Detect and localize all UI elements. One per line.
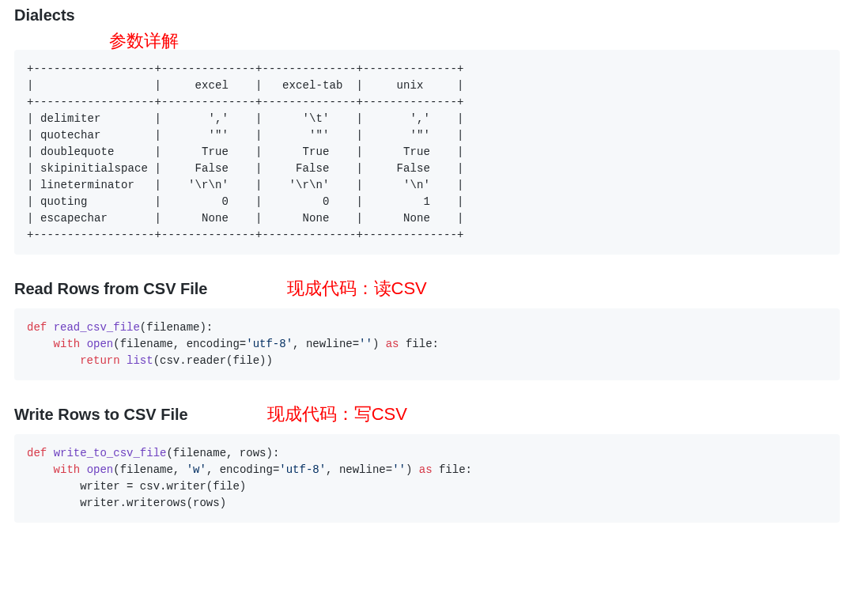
open-args-start: (filename,: [113, 463, 186, 476]
mid1: , newline=: [293, 338, 359, 350]
dialects-table-block: +------------------+--------------+-----…: [14, 50, 840, 255]
kw-return: return: [80, 354, 119, 367]
str-w: 'w': [187, 463, 206, 476]
fn-read-csv-file: read_csv_file: [54, 321, 140, 334]
fn-list: list: [127, 354, 153, 367]
mid3: file:: [399, 338, 439, 350]
kw-as: as: [419, 463, 433, 476]
sig-rest: (filename):: [140, 321, 213, 334]
kw-def: def: [27, 321, 47, 334]
mid0: , encoding=: [206, 463, 279, 476]
kw-with: with: [54, 338, 81, 350]
str-utf8: 'utf-8': [246, 338, 293, 350]
dialects-heading: Dialects: [14, 6, 75, 25]
open-args-start: (filename, encoding=: [113, 338, 246, 350]
mid1: , newline=: [326, 463, 392, 476]
dialects-annotation: 参数详解: [109, 29, 840, 53]
fn-open: open: [87, 338, 114, 350]
kw-with: with: [54, 463, 81, 476]
str-empty: '': [359, 338, 372, 350]
write-csv-heading: Write Rows to CSV File: [14, 406, 188, 424]
mid3: file:: [433, 463, 472, 476]
mid2: ): [372, 338, 386, 350]
read-csv-heading-row: Read Rows from CSV File 现成代码：读CSV: [14, 277, 840, 300]
ret-rest: (csv.reader(file)): [153, 354, 273, 367]
read-csv-code-block: def read_csv_file(filename): with open(f…: [14, 308, 840, 380]
fn-open: open: [87, 463, 114, 476]
dialects-heading-row: Dialects: [14, 6, 840, 25]
str-utf8: 'utf-8': [279, 463, 326, 476]
line4: writer.writerows(rows): [27, 497, 226, 509]
kw-def: def: [27, 447, 47, 459]
mid2: ): [406, 463, 419, 476]
write-csv-annotation: 现成代码：写CSV: [267, 402, 407, 426]
read-csv-annotation: 现成代码：读CSV: [287, 277, 427, 300]
str-empty: '': [392, 463, 406, 476]
fn-write-to-csv-file: write_to_csv_file: [54, 447, 167, 459]
read-csv-heading: Read Rows from CSV File: [14, 280, 208, 298]
sig-rest: (filename, rows):: [166, 447, 279, 459]
line3: writer = csv.writer(file): [27, 480, 246, 493]
kw-as: as: [386, 338, 399, 350]
write-csv-heading-row: Write Rows to CSV File 现成代码：写CSV: [14, 402, 840, 426]
write-csv-code-block: def write_to_csv_file(filename, rows): w…: [14, 434, 840, 523]
